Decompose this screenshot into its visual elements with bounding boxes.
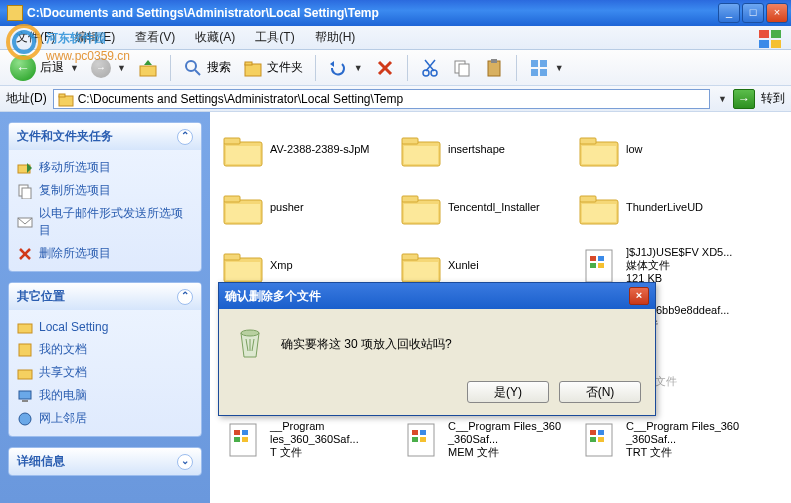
svg-rect-69 [598,263,604,268]
svg-rect-107 [590,430,596,435]
go-button[interactable]: → [733,89,755,109]
place-my-computer[interactable]: 我的电脑 [17,384,193,407]
task-delete[interactable]: 删除所选项目 [17,242,193,265]
search-button[interactable]: 搜索 [179,54,235,82]
details-panel-header[interactable]: 详细信息 ⌄ [9,448,201,475]
window-title: C:\Documents and Settings\Administrator\… [27,6,718,20]
dialog-close-button[interactable]: × [629,287,649,305]
paste-button[interactable] [480,54,508,82]
cut-button[interactable] [416,54,444,82]
delete-button[interactable] [371,54,399,82]
svg-rect-99 [234,437,240,442]
place-local-setting[interactable]: Local Setting [17,316,193,338]
forward-button[interactable]: → ▼ [87,54,130,82]
svg-rect-52 [226,204,260,222]
recycle-bin-icon [233,327,267,361]
chevron-down-icon[interactable]: ▼ [718,94,727,104]
file-item[interactable]: low [576,122,746,176]
dialog-titlebar[interactable]: 确认删除多个文件 × [219,283,655,309]
minimize-button[interactable]: _ [718,3,740,23]
svg-rect-45 [402,138,418,144]
place-shared-documents[interactable]: 共享文档 [17,361,193,384]
menu-favorites[interactable]: 收藏(A) [187,27,243,48]
svg-rect-49 [582,146,616,164]
file-item[interactable]: C__Program Files_360_360Saf...MEM 文件 [398,412,568,466]
maximize-button[interactable]: □ [742,3,764,23]
svg-rect-103 [420,430,426,435]
address-label: 地址(D) [6,90,47,107]
address-bar: 地址(D) C:\Documents and Settings\Administ… [0,86,791,112]
cut-icon [420,58,440,78]
svg-rect-5 [771,30,781,38]
file-item[interactable]: insertshape [398,122,568,176]
svg-rect-67 [598,256,604,261]
file-label: Xmp [270,259,388,272]
menu-file[interactable]: 文件(F) [8,27,63,48]
separator [170,55,171,81]
task-copy[interactable]: 复制所选项目 [17,179,193,202]
no-button[interactable]: 否(N) [559,381,641,403]
svg-rect-28 [59,94,65,97]
svg-rect-51 [224,196,240,202]
views-button[interactable]: ▼ [525,54,568,82]
address-input[interactable]: C:\Documents and Settings\Administrator\… [53,89,710,109]
task-email[interactable]: 以电子邮件形式发送所选项目 [17,202,193,242]
menu-tools[interactable]: 工具(T) [247,27,302,48]
close-button[interactable]: × [766,3,788,23]
documents-icon [17,342,33,358]
file-item[interactable]: ThunderLiveUD [576,180,746,234]
svg-rect-100 [242,437,248,442]
task-move[interactable]: 移动所选项目 [17,156,193,179]
file-label: C__Program Files_360_360Saf...TRT 文件 [626,420,744,459]
copy-button[interactable] [448,54,476,82]
tasks-panel-header[interactable]: 文件和文件夹任务 ⌃ [9,123,201,150]
svg-rect-54 [402,196,418,202]
svg-rect-8 [140,66,156,76]
email-icon [17,214,33,230]
file-label: C__Program Files_360_360Saf...MEM 文件 [448,420,566,459]
svg-rect-109 [590,437,596,442]
up-button[interactable] [134,54,162,82]
svg-rect-108 [598,430,604,435]
file-item[interactable]: Tencentdl_Installer [398,180,568,234]
expand-icon: ⌄ [177,454,193,470]
file-item[interactable]: AV-2388-2389-sJpM [220,122,390,176]
menu-view[interactable]: 查看(V) [127,27,183,48]
separator [407,55,408,81]
go-label: 转到 [761,90,785,107]
paste-icon [484,58,504,78]
svg-rect-37 [18,370,32,379]
delete-icon [17,246,33,262]
chevron-down-icon: ▼ [354,63,363,73]
svg-rect-39 [22,400,28,402]
copy-icon [452,58,472,78]
svg-rect-61 [226,262,260,280]
svg-rect-11 [245,64,261,76]
file-item[interactable]: __Programles_360_360Saf...T 文件 [220,412,390,466]
back-icon: ← [10,55,36,81]
place-network[interactable]: 网上邻居 [17,407,193,430]
folder-icon [7,5,23,21]
folders-button[interactable]: 文件夹 [239,54,307,82]
places-panel-header[interactable]: 其它位置 ⌃ [9,283,201,310]
svg-rect-26 [540,69,547,76]
back-button[interactable]: ← 后退 ▼ [6,54,83,82]
svg-line-10 [195,70,200,75]
undo-button[interactable]: ▼ [324,54,367,82]
svg-rect-21 [488,61,500,76]
svg-rect-58 [582,204,616,222]
chevron-down-icon: ▼ [555,63,564,73]
svg-rect-6 [759,40,769,48]
menu-edit[interactable]: 编辑(E) [67,27,123,48]
svg-rect-98 [242,430,248,435]
file-label: ThunderLiveUD [626,201,744,214]
file-item[interactable]: C__Program Files_360_360Saf...TRT 文件 [576,412,746,466]
file-item[interactable]: pusher [220,180,390,234]
yes-button[interactable]: 是(Y) [467,381,549,403]
file-label: __Programles_360_360Saf...T 文件 [270,420,388,459]
place-my-documents[interactable]: 我的文档 [17,338,193,361]
dialog-message: 确实要将这 30 项放入回收站吗? [281,336,452,353]
delete-icon [375,58,395,78]
svg-rect-31 [22,188,31,199]
menu-help[interactable]: 帮助(H) [307,27,364,48]
